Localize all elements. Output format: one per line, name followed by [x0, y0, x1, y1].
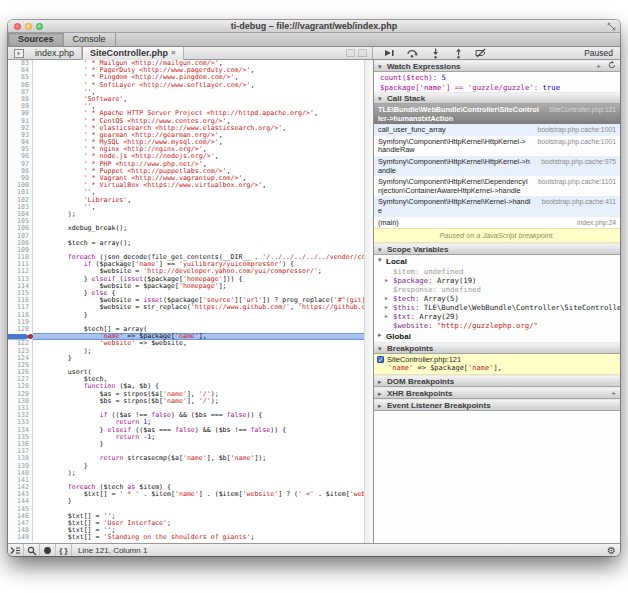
code-line[interactable]: 95 ' * nginx <http://nginx.org/>',: [8, 146, 364, 153]
refresh-watch-icon[interactable]: [608, 61, 616, 72]
dom-breakpoints-header[interactable]: ▸ DOM Breakpoints: [374, 375, 620, 387]
code-text[interactable]: 'website' => $website,: [33, 340, 364, 347]
code-line[interactable]: 132 if (($as !== false) && ($bs === fals…: [8, 412, 364, 419]
code-line[interactable]: 122 'website' => $website,: [8, 340, 364, 347]
file-tab-sitecontroller-php[interactable]: SiteController.php ×: [82, 47, 184, 60]
code-text[interactable]: );: [33, 348, 364, 355]
code-line[interactable]: 96 ' * node.js <http://nodejs.org/>',: [8, 153, 364, 160]
code-text[interactable]: if (($as !== false) && ($bs === false)) …: [33, 412, 364, 419]
code-text[interactable]: }: [33, 498, 364, 505]
code-text[interactable]: ' * PagerDuty <http://www.pagerduty.com/…: [33, 67, 364, 74]
scope-variable[interactable]: $website: "http://guzzlephp.org/": [374, 321, 620, 330]
code-line[interactable]: 107: [8, 233, 364, 240]
code-line[interactable]: 128 function ($a, $b) {: [8, 383, 364, 390]
code-line[interactable]: 98 ' * Puppet <http://puppetlabs.com/>',: [8, 168, 364, 175]
expand-triangle-icon[interactable]: ▸: [385, 312, 388, 321]
code-text[interactable]: if ($package['name'] == 'yuilibrary/yuic…: [33, 261, 364, 268]
code-line[interactable]: 124 }: [8, 355, 364, 362]
code-line[interactable]: 86 ' * SoftLayer <http://www.softlayer.c…: [8, 82, 364, 89]
expand-triangle-icon[interactable]: ▸: [385, 276, 388, 285]
code-line[interactable]: 144 }: [8, 498, 364, 505]
code-text[interactable]: } else {: [33, 290, 364, 297]
call-stack-header[interactable]: ▾ Call Stack: [374, 92, 620, 104]
code-text[interactable]: $bs = strpos($b['name'], '/');: [33, 398, 364, 405]
code-line[interactable]: 149 $txt[] = 'Standing on the shoulders …: [8, 534, 364, 541]
code-line[interactable]: 141: [8, 477, 364, 484]
event-listener-breakpoints-header[interactable]: ▸ Event Listener Breakpoints: [374, 399, 620, 411]
code-line[interactable]: 130 $bs = strpos($b['name'], '/');: [8, 398, 364, 405]
console-drawer-icon[interactable]: [8, 544, 24, 556]
close-tab-icon[interactable]: ×: [171, 47, 176, 59]
code-text[interactable]: ' * MySQL <http://www.mysql.com/>',: [33, 139, 364, 146]
code-line[interactable]: 145: [8, 506, 364, 513]
code-line[interactable]: 110 foreach (json_decode(file_get_conten…: [8, 254, 364, 261]
code-line[interactable]: 106 xdebug_break();: [8, 225, 364, 232]
add-xhr-breakpoint-icon[interactable]: +: [611, 388, 616, 399]
code-text[interactable]: ' * VirtualBox <https://www.virtualbox.o…: [33, 182, 364, 189]
code-text[interactable]: }: [33, 463, 364, 470]
step-out-button[interactable]: [452, 48, 464, 59]
code-line[interactable]: 113 } elseif (isset($package['homepage']…: [8, 276, 364, 283]
code-line[interactable]: 94 ' * MySQL <http://www.mysql.com/>',: [8, 139, 364, 146]
scope-group-local[interactable]: ▾Local: [374, 255, 620, 267]
code-line[interactable]: 136 }: [8, 441, 364, 448]
forward-icon[interactable]: [358, 49, 367, 57]
code-line[interactable]: 109: [8, 247, 364, 254]
scope-variable[interactable]: ▸$tech: Array(5): [374, 294, 620, 303]
code-text[interactable]: $txt[] = ' * ' . $item['name'] . ($item[…: [33, 491, 364, 498]
code-text[interactable]: ' * PHP <http://www.php.net/>',: [33, 161, 364, 168]
code-text[interactable]: ' * gearman <http://gearman.org/>',: [33, 132, 364, 139]
scope-variables-header[interactable]: ▾ Scope Variables: [374, 243, 620, 255]
toggle-breakpoints-button[interactable]: [475, 48, 487, 59]
code-line[interactable]: 120 $tech[] = array(: [8, 326, 364, 333]
scope-variable[interactable]: ▸$this: TLE\Bundle\WebBundle\Controller\…: [374, 303, 620, 312]
code-line[interactable]: 85 ' * Pingdom <http://www.pingdom.com/>…: [8, 74, 364, 81]
call-stack-frame[interactable]: bootstrap.php.cache:1101Symfony\Componen…: [374, 176, 620, 196]
code-text[interactable]: $website = str_replace('https://www.gith…: [33, 304, 364, 311]
code-line[interactable]: 138 return strcasecmp($a['name'], $b['na…: [8, 455, 364, 462]
code-line[interactable]: 117 $website = str_replace('https://www.…: [8, 304, 364, 311]
code-text[interactable]: [33, 218, 364, 225]
code-text[interactable]: ' * Mailgun <http://mailgun.com/>',: [33, 60, 364, 67]
code-text[interactable]: $txt[] = '';: [33, 513, 364, 520]
scope-variable[interactable]: $item: undefined: [374, 267, 620, 276]
code-text[interactable]: 'Software',: [33, 96, 364, 103]
watch-expression[interactable]: $package['name'] == 'guzzle/guzzle': tru…: [374, 82, 620, 92]
code-line[interactable]: 126 usort(: [8, 369, 364, 376]
code-line[interactable]: 118 }: [8, 312, 364, 319]
code-line[interactable]: 134 } elseif (($as === false) && ($bs !=…: [8, 427, 364, 434]
code-text[interactable]: ' * Puppet <http://puppetlabs.com/>',: [33, 168, 364, 175]
code-text[interactable]: ' * elasticsearch <http://www.elasticsea…: [33, 125, 364, 132]
code-text[interactable]: foreach (json_decode(file_get_contents(_…: [33, 254, 364, 261]
code-line[interactable]: 135 return -1;: [8, 434, 364, 441]
code-line[interactable]: 91 ' * CentOS <http://www.centos.org/>',: [8, 118, 364, 125]
code-line[interactable]: 142 foreach ($tech as $item) {: [8, 484, 364, 491]
code-text[interactable]: [33, 247, 364, 254]
code-line[interactable]: 127 $tech,: [8, 376, 364, 383]
record-breakpoints-icon[interactable]: [40, 544, 56, 556]
watch-expressions-header[interactable]: ▾ Watch Expressions +: [374, 60, 620, 72]
code-text[interactable]: $website = isset($package['source']['url…: [33, 297, 364, 304]
call-stack-frame[interactable]: SiteController.php:121TLE\Bundle\WebBund…: [374, 104, 620, 124]
code-text[interactable]: return 1;: [33, 419, 364, 426]
call-stack-frame[interactable]: bootstrap.php.cache:975Symfony\Component…: [374, 156, 620, 176]
code-text[interactable]: return -1;: [33, 434, 364, 441]
code-text[interactable]: ' * nginx <http://nginx.org/>',: [33, 146, 364, 153]
code-text[interactable]: [33, 362, 364, 369]
code-text[interactable]: [33, 233, 364, 240]
search-icon[interactable]: [24, 544, 40, 556]
code-line[interactable]: 147 $txt[] = 'User Interface';: [8, 520, 364, 527]
code-line[interactable]: 131: [8, 405, 364, 412]
zoom-button[interactable]: [36, 23, 43, 30]
code-text[interactable]: ' * CentOS <http://www.centos.org/>',: [33, 118, 364, 125]
code-line[interactable]: 102 'Libraries',: [8, 197, 364, 204]
code-line[interactable]: 108 $tech = array();: [8, 240, 364, 247]
code-line[interactable]: 148 $txt[] = '';: [8, 527, 364, 534]
code-text[interactable]: $txt[] = 'Standing on the shoulders of g…: [33, 534, 364, 541]
line-number[interactable]: 120: [8, 326, 33, 333]
continue-button[interactable]: [383, 48, 395, 59]
code-line[interactable]: 88 'Software',: [8, 96, 364, 103]
breakpoint-entry[interactable]: ✓SiteController.php:121'name' => $packag…: [374, 354, 620, 375]
breakpoint-checkbox[interactable]: ✓: [377, 356, 384, 363]
code-line[interactable]: 140 );: [8, 470, 364, 477]
